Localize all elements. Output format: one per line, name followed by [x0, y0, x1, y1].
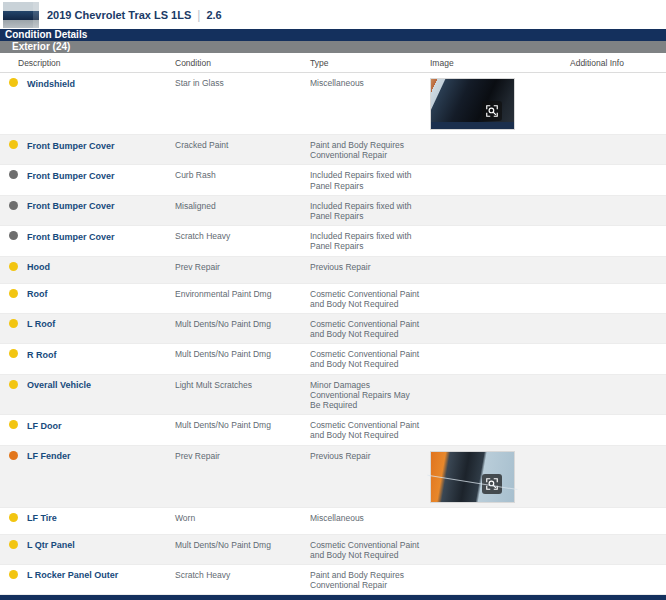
- type-text: Paint and Body Requires Conventional Rep…: [310, 140, 430, 160]
- severity-dot: [9, 231, 18, 240]
- table-row: Front Bumper Cover Curb Rash Included Re…: [0, 165, 666, 195]
- description-cell: L Qtr Panel: [0, 540, 175, 560]
- severity-dot: [9, 78, 18, 87]
- severity-dot: [9, 570, 18, 579]
- type-text: Cosmetic Conventional Paint and Body Not…: [310, 289, 430, 309]
- image-cell: [430, 380, 570, 411]
- image-cell: [430, 420, 570, 440]
- title-separator: |: [197, 8, 200, 22]
- image-cell: [430, 513, 570, 530]
- description-link[interactable]: Front Bumper Cover: [27, 140, 115, 151]
- additional-info-text: [570, 420, 666, 440]
- column-header-additional-info: Additional Info: [570, 58, 666, 68]
- additional-info-text: [570, 570, 666, 590]
- additional-info-text: [570, 451, 666, 503]
- description-cell: Hood: [0, 262, 175, 279]
- condition-text: Prev Repair: [175, 262, 310, 279]
- severity-dot: [9, 170, 18, 179]
- additional-info-text: [570, 140, 666, 160]
- condition-text: Mult Dents/No Paint Dmg: [175, 349, 310, 369]
- exterior-section-label: Exterior (24): [12, 41, 70, 52]
- additional-info-text: [570, 170, 666, 190]
- severity-dot: [9, 349, 18, 358]
- vehicle-thumbnail[interactable]: [3, 2, 39, 28]
- condition-text: Environmental Paint Dmg: [175, 289, 310, 309]
- additional-info-text: [570, 513, 666, 530]
- type-text: Minor Damages Conventional Repairs May B…: [310, 380, 430, 411]
- severity-dot: [9, 451, 18, 460]
- damage-photo-thumbnail[interactable]: [430, 451, 515, 503]
- table-row: L Qtr Panel Mult Dents/No Paint Dmg Cosm…: [0, 535, 666, 565]
- type-text: Included Repairs fixed with Panel Repair…: [310, 170, 430, 190]
- description-link[interactable]: LF Tire: [27, 513, 57, 524]
- severity-dot: [9, 380, 18, 389]
- description-link[interactable]: Front Bumper Cover: [27, 231, 115, 242]
- description-cell: R Roof: [0, 349, 175, 369]
- table-row: L Roof Mult Dents/No Paint Dmg Cosmetic …: [0, 314, 666, 344]
- table-row: Front Bumper Cover Cracked Paint Paint a…: [0, 135, 666, 165]
- description-link[interactable]: Front Bumper Cover: [27, 201, 115, 212]
- description-link[interactable]: R Roof: [27, 349, 57, 360]
- magnifier-zoom-icon[interactable]: [482, 474, 502, 494]
- column-header-image: Image: [430, 58, 570, 68]
- description-link[interactable]: LF Fender: [27, 451, 71, 462]
- type-text: Cosmetic Conventional Paint and Body Not…: [310, 319, 430, 339]
- image-cell: [430, 540, 570, 560]
- condition-text: Mult Dents/No Paint Dmg: [175, 540, 310, 560]
- severity-dot: [9, 540, 18, 549]
- description-link[interactable]: Hood: [27, 262, 50, 273]
- description-cell: Roof: [0, 289, 175, 309]
- severity-dot: [9, 201, 18, 210]
- severity-dot: [9, 420, 18, 429]
- image-cell: [430, 140, 570, 160]
- image-cell: [430, 231, 570, 251]
- condition-text: Prev Repair: [175, 451, 310, 503]
- additional-info-text: [570, 289, 666, 309]
- type-text: Miscellaneous: [310, 78, 430, 130]
- condition-text: Misaligned: [175, 201, 310, 221]
- vehicle-title-text: 2019 Chevrolet Trax LS 1LS: [47, 9, 191, 21]
- severity-dot: [9, 289, 18, 298]
- type-text: Cosmetic Conventional Paint and Body Not…: [310, 420, 430, 440]
- description-cell: LF Tire: [0, 513, 175, 530]
- condition-text: Mult Dents/No Paint Dmg: [175, 319, 310, 339]
- table-row: L Rocker Panel Outer Scratch Heavy Paint…: [0, 565, 666, 595]
- table-row: Roof Environmental Paint Dmg Cosmetic Co…: [0, 284, 666, 314]
- additional-info-text: [570, 380, 666, 411]
- table-row: Front Bumper Cover Misaligned Included R…: [0, 196, 666, 226]
- condition-details-label: Condition Details: [5, 29, 87, 40]
- table-header-row: Description Condition Type Image Additio…: [0, 53, 666, 73]
- description-link[interactable]: Overall Vehicle: [27, 380, 91, 391]
- column-header-type: Type: [310, 58, 430, 68]
- image-cell: [430, 289, 570, 309]
- description-cell: Front Bumper Cover: [0, 201, 175, 221]
- condition-table-body: Windshield Star in Glass Miscellaneous F…: [0, 73, 666, 600]
- severity-dot: [9, 140, 18, 149]
- additional-info-text: [570, 262, 666, 279]
- description-cell: L Roof: [0, 319, 175, 339]
- description-link[interactable]: Roof: [27, 289, 48, 300]
- additional-info-text: [570, 349, 666, 369]
- exterior-section-bar[interactable]: Exterior (24): [0, 41, 666, 53]
- description-link[interactable]: LF Door: [27, 420, 62, 431]
- description-link[interactable]: L Qtr Panel: [27, 540, 75, 551]
- condition-text: Star in Glass: [175, 78, 310, 130]
- image-cell: [430, 262, 570, 279]
- description-cell: Front Bumper Cover: [0, 170, 175, 190]
- type-text: Cosmetic Conventional Paint and Body Not…: [310, 349, 430, 369]
- condition-text: Worn: [175, 513, 310, 530]
- column-header-condition: Condition: [175, 58, 310, 68]
- severity-dot: [9, 262, 18, 271]
- type-text: Paint and Body Requires Conventional Rep…: [310, 570, 430, 590]
- column-header-description: Description: [0, 58, 175, 68]
- damage-photo-thumbnail[interactable]: [430, 78, 515, 130]
- condition-grade: 2.6: [206, 9, 221, 21]
- description-link[interactable]: L Roof: [27, 319, 55, 330]
- table-row: LF Tire Worn Miscellaneous: [0, 508, 666, 535]
- description-link[interactable]: Windshield: [27, 78, 75, 89]
- description-link[interactable]: L Rocker Panel Outer: [27, 570, 118, 581]
- magnifier-zoom-icon[interactable]: [482, 101, 502, 121]
- description-cell: LF Door: [0, 420, 175, 440]
- description-link[interactable]: Front Bumper Cover: [27, 170, 115, 181]
- table-row: R Roof Mult Dents/No Paint Dmg Cosmetic …: [0, 344, 666, 374]
